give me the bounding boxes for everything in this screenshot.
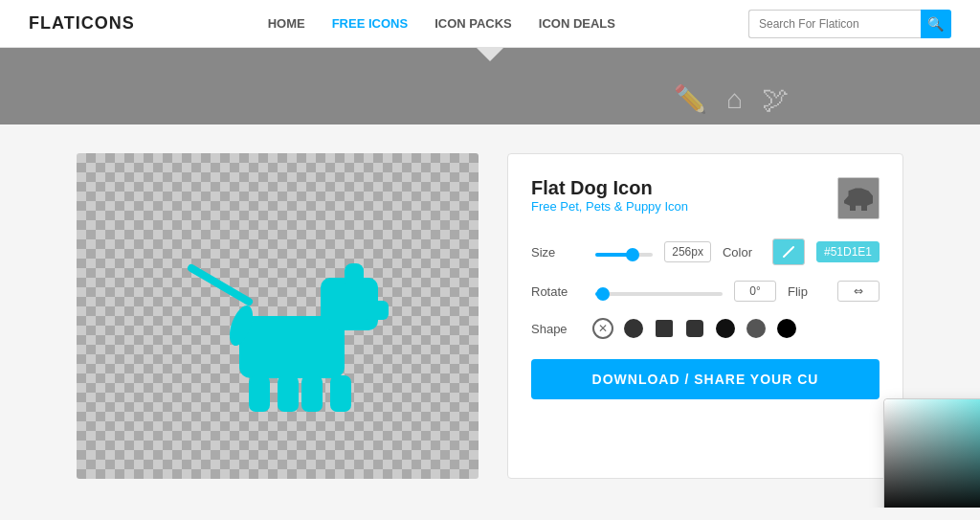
icon-preview xyxy=(77,153,479,479)
svg-line-11 xyxy=(791,247,793,249)
shape-dark-icon xyxy=(716,319,735,338)
banner-icons: ✏️ ⌂ 🕊 xyxy=(674,83,789,115)
shape-circle-gray[interactable] xyxy=(745,317,768,340)
svg-rect-3 xyxy=(345,263,364,288)
nav-free-icons[interactable]: FREE ICONS xyxy=(332,16,408,31)
shape-none[interactable]: ✕ xyxy=(591,317,614,340)
size-slider-wrapper xyxy=(595,243,653,260)
nav-icon-packs[interactable]: ICON PACKS xyxy=(434,16,512,31)
svg-line-0 xyxy=(191,268,249,302)
shape-rounded-square[interactable] xyxy=(683,317,706,340)
svg-rect-6 xyxy=(278,375,299,412)
svg-rect-7 xyxy=(301,375,323,412)
shape-square[interactable] xyxy=(653,317,676,340)
rotate-label: Rotate xyxy=(531,284,584,299)
shape-circle-black[interactable] xyxy=(775,317,798,340)
svg-line-10 xyxy=(784,249,791,257)
panel-header: Flat Dog Icon Free Pet, Pets & Puppy Ico… xyxy=(531,177,880,233)
size-value: 256px xyxy=(664,241,711,262)
rotate-slider-wrapper xyxy=(595,283,723,300)
icon-title: Flat Dog Icon xyxy=(531,177,688,199)
shape-x-icon: ✕ xyxy=(592,318,613,339)
color-button[interactable] xyxy=(772,238,805,265)
banner-icon-pencil: ✏️ xyxy=(674,83,707,115)
shape-gray-icon xyxy=(746,319,766,338)
panel: Flat Dog Icon Free Pet, Pets & Puppy Ico… xyxy=(507,153,903,479)
search-button[interactable]: 🔍 xyxy=(921,10,951,38)
color-picker-popup: 81 209 225 R G B xyxy=(883,398,980,508)
nav-icon-deals[interactable]: ICON DEALS xyxy=(539,16,615,31)
icon-subtitle[interactable]: Free Pet, Pets & Puppy Icon xyxy=(531,199,688,214)
size-slider[interactable] xyxy=(595,253,653,257)
nav: HOME FREE ICONS ICON PACKS ICON DEALS xyxy=(268,16,615,31)
svg-rect-4 xyxy=(362,301,389,320)
icon-thumb-inner xyxy=(844,186,873,211)
flip-label: Flip xyxy=(788,284,826,299)
color-gradient[interactable] xyxy=(884,399,980,508)
shape-circle[interactable] xyxy=(622,317,645,340)
svg-rect-8 xyxy=(330,375,351,412)
rotate-slider[interactable] xyxy=(595,292,723,296)
search-input[interactable] xyxy=(748,10,921,38)
shape-black-icon xyxy=(777,319,796,338)
dog-svg xyxy=(153,211,402,421)
shape-square-icon xyxy=(656,320,673,337)
pencil-icon xyxy=(782,245,795,259)
banner: ✏️ ⌂ 🕊 xyxy=(0,48,980,124)
size-control: Size 256px Color #51D1E1 xyxy=(531,238,880,265)
shape-circle-icon xyxy=(624,319,643,338)
main-content: Flat Dog Icon Free Pet, Pets & Puppy Ico… xyxy=(0,124,980,508)
panel-title-area: Flat Dog Icon Free Pet, Pets & Puppy Ico… xyxy=(531,177,688,233)
shape-round-icon xyxy=(686,320,703,337)
icon-thumbnail xyxy=(837,177,880,219)
banner-icon-house: ⌂ xyxy=(726,84,743,115)
shape-circle-dark[interactable] xyxy=(714,317,737,340)
nav-home[interactable]: HOME xyxy=(268,16,305,31)
color-label: Color xyxy=(723,245,761,260)
color-hex-value: #51D1E1 xyxy=(816,241,880,262)
logo: FLATICONS xyxy=(29,13,135,34)
shape-label: Shape xyxy=(531,322,584,336)
banner-icon-bird: 🕊 xyxy=(762,83,789,115)
rotate-value: 0° xyxy=(734,281,776,302)
header: FLATICONS HOME FREE ICONS ICON PACKS ICO… xyxy=(0,0,980,48)
banner-arrow xyxy=(477,48,503,61)
rotate-control: Rotate 0° Flip ⇔ xyxy=(531,281,880,302)
download-button[interactable]: DOWNLOAD / SHARE YOUR CU xyxy=(531,359,880,399)
size-label: Size xyxy=(531,245,584,260)
flip-button[interactable]: ⇔ xyxy=(837,281,880,302)
search-bar: 🔍 xyxy=(748,10,951,38)
svg-rect-5 xyxy=(249,375,270,412)
shape-row: Shape ✕ xyxy=(531,317,880,340)
